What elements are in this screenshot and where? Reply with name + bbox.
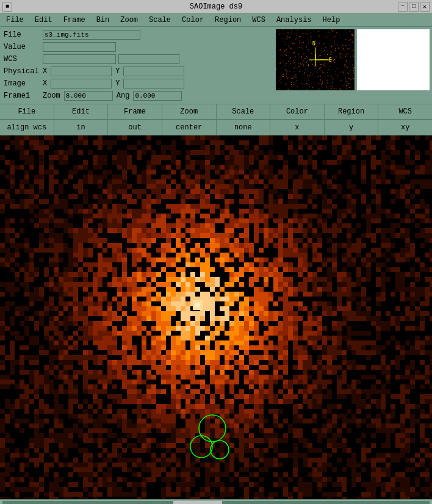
main-image <box>0 135 432 499</box>
menu-item-zoom[interactable]: Zoom <box>117 15 142 26</box>
value-row: Value <box>4 41 270 52</box>
value-label: Value <box>4 43 40 51</box>
wcs-right-input[interactable] <box>118 54 179 64</box>
toolbar2: align wcsinoutcenternonexyxy <box>0 120 432 135</box>
bottom-scrollbar[interactable] <box>0 499 432 504</box>
physical-y-input[interactable] <box>123 67 184 76</box>
toolbar2-btn-align-wcs[interactable]: align wcs <box>0 120 54 135</box>
toolbar2-btn-xy[interactable]: xy <box>378 120 432 135</box>
restore-btn[interactable]: □ <box>409 2 419 12</box>
physical-x-input[interactable] <box>51 67 112 76</box>
toolbar2-btn-y[interactable]: y <box>325 120 379 135</box>
title-bar: ■ SAOImage ds9 − □ ✕ <box>0 0 432 13</box>
menu-item-color[interactable]: Color <box>178 15 207 26</box>
image-y-input[interactable] <box>123 79 184 88</box>
image-x-label: X <box>43 79 47 88</box>
ang-input[interactable] <box>133 91 182 101</box>
file-label: File <box>4 31 40 39</box>
file-input[interactable] <box>43 30 140 40</box>
info-fields: File Value WCS Physical X Y Image X Y <box>0 27 273 104</box>
window-controls: − □ ✕ <box>398 2 430 12</box>
physical-y-label: Y <box>115 67 120 76</box>
menu-item-frame[interactable]: Frame <box>60 15 89 26</box>
frame1-label: Frame1 <box>4 92 40 100</box>
main-image-canvas <box>0 135 432 499</box>
menu-item-wcs[interactable]: WCS <box>248 15 269 26</box>
toolbar1-btn-file[interactable]: File <box>0 104 54 119</box>
image-y-label: Y <box>115 79 120 88</box>
menu-item-scale[interactable]: Scale <box>145 15 175 26</box>
top-section: File Value WCS Physical X Y Image X Y <box>0 27 432 104</box>
toolbar1-btn-frame[interactable]: Frame <box>108 104 162 119</box>
zoom-label: Zoom <box>43 92 60 100</box>
close-btn[interactable]: ✕ <box>420 2 430 12</box>
preview-white-panel <box>357 29 430 90</box>
toolbar2-btn-in[interactable]: in <box>54 120 109 135</box>
menu-item-region[interactable]: Region <box>211 15 245 26</box>
toolbar1-btn-color[interactable]: Color <box>270 104 325 119</box>
wcs-label: WCS <box>4 55 40 63</box>
window-title: SAOImage ds9 <box>190 2 242 11</box>
toolbar1-btn-zoom[interactable]: Zoom <box>162 104 217 119</box>
image-label: Image <box>4 79 40 88</box>
toolbar2-btn-x[interactable]: x <box>270 120 325 135</box>
physical-label: Physical <box>4 67 40 76</box>
toolbar2-btn-none[interactable]: none <box>217 120 271 135</box>
menu-item-analysis[interactable]: Analysis <box>273 15 315 26</box>
toolbar2-btn-center[interactable]: center <box>162 120 217 135</box>
menu-item-file[interactable]: File <box>2 15 27 26</box>
image-row: Image X Y <box>4 78 270 89</box>
menu-item-bin[interactable]: Bin <box>93 15 113 26</box>
scrollbar-track[interactable] <box>2 501 430 505</box>
file-row: File <box>4 29 270 40</box>
minimize-btn[interactable]: − <box>398 2 408 12</box>
toolbar1: FileEditFrameZoomScaleColorRegionWCS <box>0 104 432 120</box>
preview-thumbnail <box>276 29 355 90</box>
frame-info-row: Frame1 Zoom Ang <box>4 90 270 101</box>
toolbar1-btn-edit[interactable]: Edit <box>54 104 109 119</box>
toolbar1-btn-region[interactable]: Region <box>325 104 379 119</box>
system-menu-btn[interactable]: ■ <box>2 2 12 12</box>
value-input[interactable] <box>43 42 116 52</box>
ang-label: Ang <box>117 92 130 100</box>
scrollbar-thumb[interactable] <box>173 501 222 505</box>
zoom-input[interactable] <box>64 91 113 101</box>
wcs-input[interactable] <box>43 54 116 64</box>
toolbar1-btn-scale[interactable]: Scale <box>217 104 271 119</box>
menu-item-edit[interactable]: Edit <box>31 15 56 26</box>
physical-row: Physical X Y <box>4 66 270 77</box>
toolbar1-btn-wcs[interactable]: WCS <box>378 104 432 119</box>
image-x-input[interactable] <box>51 79 112 88</box>
menu-bar: FileEditFrameBinZoomScaleColorRegionWCSA… <box>0 13 432 27</box>
preview-area <box>273 27 432 104</box>
physical-x-label: X <box>43 67 47 76</box>
toolbar2-btn-out[interactable]: out <box>108 120 162 135</box>
menu-item-help[interactable]: Help <box>319 15 344 26</box>
wcs-row: WCS <box>4 54 270 65</box>
thumbnail-canvas <box>276 29 355 90</box>
